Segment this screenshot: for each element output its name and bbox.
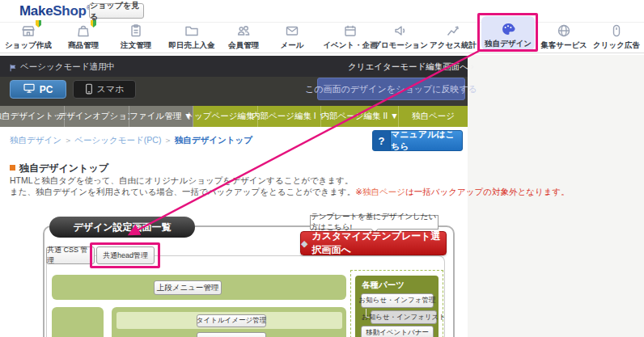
design-menu-bar: 独自デザイントップ デザインオプション ファイル管理 ▼ トップページ編集 ▼ … xyxy=(0,106,468,127)
panel-title-badge: デザイン設定画面一覧 xyxy=(49,217,195,238)
pc-toggle-button[interactable]: PC xyxy=(10,80,66,99)
nav-label: 独自デザイン xyxy=(485,39,532,49)
nav-label: 会員管理 xyxy=(228,40,259,51)
manual-button-label: マニュアルはこちら xyxy=(391,131,462,150)
section-bullet xyxy=(10,165,15,171)
backup-note: ※ xyxy=(355,187,362,196)
info-manage-button[interactable]: お知らせ・インフォ管理 xyxy=(361,293,434,308)
people-icon xyxy=(236,23,251,38)
speaker-icon xyxy=(393,23,408,38)
nav-label: プロモーション xyxy=(373,40,428,51)
smartphone-icon xyxy=(85,83,93,96)
nav-label: ショップ作成 xyxy=(5,40,52,51)
breadcrumb-current: 独自デザイントップ xyxy=(175,135,252,145)
title-image-manage-button[interactable]: タイトルイメージ管理 xyxy=(197,314,266,327)
breadcrumb-original-design[interactable]: 独自デザイン xyxy=(10,135,61,145)
logo-make: Make xyxy=(19,3,53,19)
parts-title: 各種パーツ xyxy=(362,280,405,291)
template-diamond-icon: ◆ xyxy=(301,238,307,249)
common-css-button[interactable]: 共通 CSS 管理 xyxy=(46,246,95,264)
cutoff-button[interactable] xyxy=(197,332,266,337)
pc-toggle-label: PC xyxy=(40,84,53,95)
backup-note-original-page: 独自ページ xyxy=(362,187,405,196)
common-head-button[interactable]: 共通head管理 xyxy=(96,246,155,264)
nav-item-members[interactable]: 会員管理 xyxy=(216,23,271,53)
info-list-button[interactable]: お知らせ・インフォリスト xyxy=(371,310,437,324)
palette-icon xyxy=(501,22,515,36)
nav-item-mail[interactable]: メール xyxy=(265,23,320,53)
view-shop-button[interactable]: ショップを見る xyxy=(89,3,144,19)
basic-mode-status: ベーシックモード適用中 xyxy=(20,61,115,73)
monitor-icon xyxy=(23,83,35,95)
beginner-badge-icon xyxy=(91,20,96,27)
description-line-2: また、独自デザインを利用されている場合、一括でバックアップをとることができます。… xyxy=(10,186,570,197)
nav-item-payment[interactable]: 即日売上入金 xyxy=(164,23,219,53)
nav-item-original-design[interactable]: 独自デザイン xyxy=(481,16,535,50)
smartphone-toggle-label: スマホ xyxy=(97,83,125,95)
breadcrumb-basic-mode[interactable]: ベーシックモード(PC) xyxy=(74,135,161,145)
manual-button[interactable]: ? マニュアルはこちら xyxy=(372,130,463,151)
event-banner-button[interactable]: 移動イベントバナー xyxy=(361,326,434,337)
nav-label: 注文管理 xyxy=(121,40,151,51)
nav-label: 即日売上入金 xyxy=(169,40,215,51)
template-tooltip: テンプレートを基にデザインしたい方はこちら! xyxy=(310,215,439,230)
nav-label: イベント・企画 xyxy=(323,40,377,51)
tab-inner-page-edit-1[interactable]: 内部ページ編集 I ▼ xyxy=(258,106,321,127)
calendar-icon xyxy=(343,23,358,38)
nav-item-traffic[interactable]: 集客サービス xyxy=(536,23,591,53)
beginner-badge-icon xyxy=(36,20,41,27)
nav-item-shop-create[interactable]: ショップ作成 xyxy=(1,23,56,53)
customize-template-button[interactable]: ◆ カスタマイズテンプレート選択画面へ xyxy=(300,231,447,255)
nav-item-analytics[interactable]: アクセス統計 xyxy=(426,23,481,53)
nav-label: 集客サービス xyxy=(540,40,587,51)
bag-icon xyxy=(76,23,91,38)
logo-shop: Shop xyxy=(53,3,86,19)
flag-icon xyxy=(8,61,18,71)
smartphone-toggle-button[interactable]: スマホ xyxy=(73,80,136,99)
storefront-icon xyxy=(21,23,36,38)
question-icon: ? xyxy=(373,131,391,150)
header-divider xyxy=(0,22,644,23)
nav-label: メール xyxy=(281,40,304,51)
breadcrumb-separator: ＞ xyxy=(163,135,172,145)
nav-item-promotion[interactable]: プロモーション xyxy=(373,23,428,53)
breadcrumb-separator: ＞ xyxy=(64,135,73,145)
nav-label: アクセス統計 xyxy=(430,40,477,51)
folder-icon xyxy=(184,23,199,38)
top-menu-manage-button[interactable]: 上段メニュー管理 xyxy=(154,280,222,295)
mail-icon xyxy=(285,23,299,38)
tab-top-page-edit[interactable]: トップページ編集 ▼ xyxy=(193,106,258,127)
tab-design-option[interactable]: デザインオプション xyxy=(65,106,129,127)
mouse-icon xyxy=(609,23,624,38)
chart-line-icon xyxy=(446,23,460,38)
nav-item-product[interactable]: 商品管理 xyxy=(56,23,111,53)
tab-file-management[interactable]: ファイル管理 ▼ xyxy=(129,106,193,127)
breadcrumb: 独自デザイン ＞ ベーシックモード(PC) ＞ 独自デザイントップ xyxy=(10,135,252,146)
creator-mode-link[interactable]: クリエイターモード編集画面へ › xyxy=(348,61,461,73)
makeshop-admin-page: MakeShop®by GMO ショップを見る ショップ作成 商品管理 注文管理… xyxy=(0,0,644,337)
tab-original-design-top[interactable]: 独自デザイントップ xyxy=(0,106,65,127)
nav-label: クリック広告 xyxy=(593,40,640,51)
tab-original-page[interactable]: 独自ページ xyxy=(399,106,468,127)
nav-item-click-ads[interactable]: クリック広告 xyxy=(589,23,644,53)
page-title: 独自デザイントップ xyxy=(19,162,108,175)
page-description: HTMLと独自タグを使って、自由にオリジナルショップをデザインすることができます… xyxy=(10,175,570,197)
clipboard-icon xyxy=(129,23,143,38)
description-line-1: HTMLと独自タグを使って、自由にオリジナルショップをデザインすることができます… xyxy=(10,175,570,186)
nav-item-orders[interactable]: 注文管理 xyxy=(108,23,163,53)
nav-item-event[interactable]: イベント・企画 xyxy=(323,23,378,53)
apply-design-button[interactable]: この画面のデザインをショップに反映する xyxy=(317,78,465,100)
nav-divider xyxy=(0,53,644,53)
left-column-area xyxy=(52,307,104,337)
tab-inner-page-edit-2[interactable]: 内部ページ編集 II ▼ xyxy=(321,106,399,127)
nav-label: 商品管理 xyxy=(68,40,99,51)
globe-icon xyxy=(557,23,571,38)
customize-template-label: カスタマイズテンプレート選択画面へ xyxy=(311,230,446,257)
